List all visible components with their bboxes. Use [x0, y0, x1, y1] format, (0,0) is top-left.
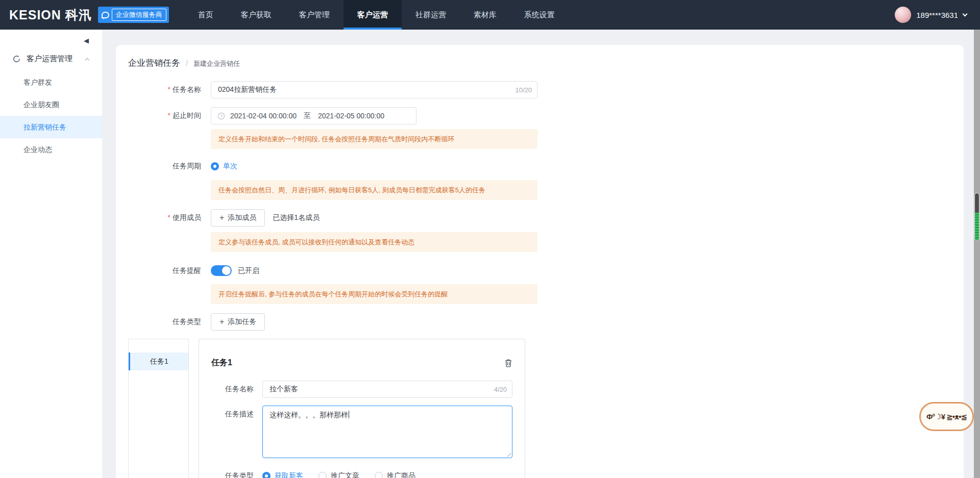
chevron-up-icon — [85, 58, 89, 62]
breadcrumb-root[interactable]: 企业营销任务 — [128, 57, 180, 69]
nav-item-system-settings[interactable]: 系统设置 — [510, 0, 569, 30]
type-option-label: 推广文章 — [331, 471, 359, 478]
badge-label: 企业微信服务商 — [112, 9, 166, 21]
text-caret — [349, 411, 349, 418]
add-task-button-label: 添加任务 — [228, 317, 256, 326]
chevron-down-icon — [963, 11, 968, 16]
plus-icon: + — [219, 318, 224, 326]
task-name-counter: 10/20 — [515, 86, 532, 94]
date-start-value: 2021-02-04 00:00:00 — [230, 112, 297, 120]
type-option-new-customer[interactable]: 获取新客 — [262, 471, 303, 478]
task-tab-1[interactable]: 任务1 — [129, 353, 188, 370]
add-task-button[interactable]: + 添加任务 — [211, 313, 265, 331]
add-member-button-label: 添加成员 — [228, 213, 256, 222]
radio-checked-icon[interactable] — [262, 472, 271, 478]
date-range-picker[interactable]: 2021-02-04 00:00:00 至 2021-02-05 00:00:0… — [211, 107, 416, 124]
task-card: 任务1 任务名称 拉个新客 4/20 任务描述 — [199, 339, 525, 478]
sidebar: ◀ 客户运营管理 客户群发 企业朋友圈 拉新营销任务 企业动态 — [0, 30, 102, 478]
task-cycle-hint: 任务会按照自然日、周、月进行循环, 例如每日获客5人, 则成员每日都需完成获客5… — [211, 180, 537, 200]
task-cycle-label: 任务周期 — [128, 162, 211, 171]
task-type-row: 任务类型 + 添加任务 — [128, 313, 964, 331]
nav-item-home[interactable]: 首页 — [184, 0, 227, 30]
date-end-value: 2021-02-05 00:00:00 — [318, 112, 384, 120]
delete-task-button[interactable] — [504, 359, 512, 367]
wechat-service-badge: 企业微信服务商 — [98, 7, 169, 23]
subtask-name-value: 拉个新客 — [270, 385, 298, 394]
nav-menu: 首页 客户获取 客户管理 客户运营 社群运营 素材库 系统设置 — [184, 0, 569, 30]
sidebar-item-company-dynamics[interactable]: 企业动态 — [0, 138, 102, 161]
task-tabs-panel: 任务1 — [128, 339, 189, 478]
sidebar-item-group-send[interactable]: 客户群发 — [0, 71, 102, 93]
user-menu[interactable]: 189****3631 — [895, 7, 967, 23]
subtask-desc-textarea[interactable]: 这样这样。。。那样那样 — [262, 406, 512, 458]
type-option-promote-article[interactable]: 推广文章 — [318, 471, 359, 478]
top-navbar: KESION 科汛 企业微信服务商 首页 客户获取 客户管理 客户运营 社群运营… — [0, 0, 980, 30]
avatar[interactable] — [895, 7, 911, 23]
task-name-input[interactable]: 0204拉新营销任务 10/20 — [211, 81, 537, 98]
kaomoji-widget[interactable]: Φ°☽¥ ≧•ᴥ•≦ — [919, 402, 974, 431]
date-range-hint: 定义任务开始和结束的一个时间段, 任务会按照任务周期在气质时间段内不断循环 — [211, 129, 537, 149]
radio-unchecked-icon[interactable] — [318, 472, 327, 478]
nav-item-customer-operation[interactable]: 客户运营 — [344, 0, 402, 30]
subtask-desc-label: 任务描述 — [199, 410, 262, 419]
subtask-name-row: 任务名称 拉个新客 4/20 — [199, 381, 512, 398]
reminder-toggle[interactable] — [211, 265, 232, 276]
task-type-label: 任务类型 — [128, 317, 211, 326]
nav-item-customer-management[interactable]: 客户管理 — [285, 0, 344, 30]
members-hint: 定义参与该任务成员, 成员可以接收到任何的通知以及查看任务动态 — [211, 232, 537, 252]
resize-handle-icon[interactable] — [506, 451, 511, 457]
reminder-hint: 开启任务提醒后, 参与任务的成员在每个任务周期开始的时候会受到任务的提醒 — [211, 284, 537, 304]
cycle-option-label: 单次 — [223, 162, 237, 171]
members-label: 使用成员 — [128, 213, 211, 222]
reminder-state-label: 已开启 — [238, 266, 259, 275]
nav-item-customer-acquisition[interactable]: 客户获取 — [227, 0, 285, 30]
sidebar-item-marketing-task[interactable]: 拉新营销任务 — [0, 116, 102, 138]
radio-checked-icon[interactable] — [211, 162, 219, 170]
breadcrumb-separator: / — [186, 59, 188, 67]
type-option-promote-product[interactable]: 推广商品 — [375, 471, 415, 478]
main-content-card: 企业营销任务 / 新建企业营销任 任务名称 0204拉新营销任务 10/20 起… — [116, 45, 964, 478]
subtask-desc-row: 任务描述 这样这样。。。那样那样 — [199, 406, 512, 458]
type-option-label: 获取新客 — [275, 471, 303, 478]
plus-icon: + — [219, 214, 224, 222]
sidebar-group-customer-operation[interactable]: 客户运营管理 — [12, 54, 102, 64]
sidebar-item-moments[interactable]: 企业朋友圈 — [0, 93, 102, 116]
members-selected-text: 已选择1名成员 — [273, 213, 320, 222]
task-card-title: 任务1 — [211, 358, 232, 368]
members-row: 使用成员 + 添加成员 已选择1名成员 — [128, 209, 964, 227]
trash-icon — [504, 359, 512, 367]
reminder-row: 任务提醒 已开启 — [128, 265, 964, 276]
chat-bubble-icon — [102, 12, 109, 18]
user-phone: 189****3631 — [916, 11, 958, 19]
task-name-label: 任务名称 — [128, 85, 211, 94]
subtask-type-label: 任务类型 — [199, 471, 262, 478]
radio-unchecked-icon[interactable] — [375, 472, 383, 478]
type-option-label: 推广商品 — [387, 471, 415, 478]
breadcrumb: 企业营销任务 / 新建企业营销任 — [128, 57, 964, 69]
date-range-row: 起止时间 2021-02-04 00:00:00 至 2021-02-05 00… — [128, 107, 964, 124]
date-separator: 至 — [304, 111, 311, 120]
sidebar-group-label: 客户运营管理 — [27, 54, 72, 64]
sidebar-collapse-icon[interactable]: ◀ — [84, 37, 89, 44]
subtask-name-label: 任务名称 — [199, 385, 262, 394]
breadcrumb-current: 新建企业营销任 — [193, 59, 240, 68]
logo: KESION 科汛 — [9, 7, 92, 23]
nav-item-material-library[interactable]: 素材库 — [460, 0, 510, 30]
clock-icon — [217, 112, 225, 120]
subtask-name-counter: 4/20 — [494, 386, 507, 393]
date-range-label: 起止时间 — [128, 111, 211, 120]
nav-item-community-operation[interactable]: 社群运营 — [402, 0, 460, 30]
subtask-desc-value: 这样这样。。。那样那样 — [270, 411, 348, 419]
task-section: 任务1 任务1 任务名称 拉个新客 4/20 — [128, 339, 964, 478]
add-member-button[interactable]: + 添加成员 — [211, 209, 265, 227]
reminder-label: 任务提醒 — [128, 266, 211, 275]
subtask-name-input[interactable]: 拉个新客 4/20 — [262, 381, 512, 398]
scrollbar-thumb[interactable] — [974, 193, 979, 241]
sync-icon — [12, 55, 21, 63]
subtask-type-row: 任务类型 获取新客 推广文章 推广商品 — [199, 471, 512, 478]
task-name-value: 0204拉新营销任务 — [218, 85, 277, 94]
scrollbar-track[interactable] — [974, 30, 980, 478]
cycle-option-single[interactable]: 单次 — [211, 162, 237, 171]
task-cycle-row: 任务周期 单次 — [128, 162, 964, 171]
task-name-row: 任务名称 0204拉新营销任务 10/20 — [128, 81, 964, 98]
